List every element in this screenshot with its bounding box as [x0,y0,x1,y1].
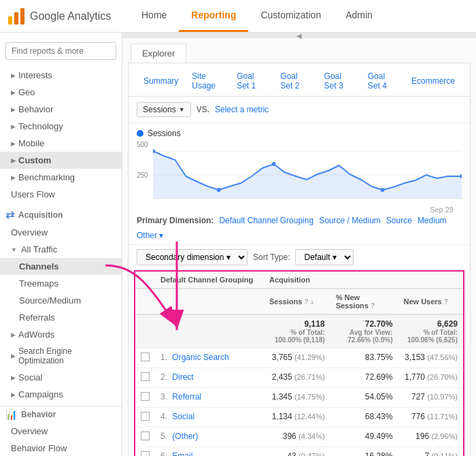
row-new-users-0: 3,153 (47.56%) [398,348,463,368]
nav-tab-home[interactable]: Home [129,0,179,32]
channel-link[interactable]: Referral [172,392,201,402]
sidebar-item-overview[interactable]: Overview [0,224,122,241]
checkbox-icon[interactable] [141,431,150,440]
checkbox-icon[interactable] [141,353,150,361]
sidebar-item-channels[interactable]: Channels [0,258,122,275]
legend-dot-icon [137,130,143,137]
sidebar-item-campaigns[interactable]: ▶ Campaigns [0,386,122,403]
total-sessions: 9,118 % of Total: 100.00% (9,118) [264,314,330,348]
medium-link[interactable]: Medium [418,216,447,225]
sidebar-item-benchmarking[interactable]: ▶ Benchmarking [0,169,122,186]
primary-dimension-label: Primary Dimension: [137,216,214,225]
row-new-users-2: 727 (10.97%) [398,388,463,408]
chart-date-label: Sep 29 [137,206,462,214]
source-link[interactable]: Source [386,216,412,225]
row-check-2[interactable] [135,388,155,408]
other-link[interactable]: Other ▾ [137,231,163,240]
secondary-bar: Secondary dimension ▾ Sort Type: Default… [129,245,470,270]
row-new-sessions-2: 54.05% [330,388,398,408]
sidebar-search-container[interactable] [5,42,116,60]
sidebar-item-technology[interactable]: ▶ Technology [0,118,122,135]
default-channel-grouping-link[interactable]: Default Channel Grouping [219,216,313,225]
sidebar-item-users-flow[interactable]: Users Flow [0,186,122,203]
svg-point-9 [381,188,385,192]
triangle-icon: ▶ [11,157,16,164]
sub-tab-goal-set-1[interactable]: Goal Set 1 [230,67,273,96]
select-metric-link[interactable]: Select a metric [215,105,269,114]
table-row: 1. Organic Search 3,765 (41.29%) 83.75% … [135,348,463,368]
col-header-check [135,272,155,289]
channel-link[interactable]: Social [172,412,194,421]
sub-tab-ecommerce[interactable]: Ecommerce [405,72,462,91]
channel-link[interactable]: Organic Search [172,353,228,362]
channel-link[interactable]: Direct [172,372,193,382]
nav-tab-customization[interactable]: Customization [248,0,333,32]
metric-dropdown[interactable]: Sessions ▼ [137,102,191,117]
svg-rect-2 [20,8,24,25]
sub-tab-goal-set-3[interactable]: Goal Set 3 [318,67,361,96]
row-new-sessions-5: 16.28% [330,447,398,457]
sidebar-item-geo[interactable]: ▶ Geo [0,84,122,101]
behavior-icon: 📊 [5,409,17,420]
nav-tab-admin[interactable]: Admin [333,0,385,32]
row-check-1[interactable] [135,368,155,388]
row-new-users-4: 196 (2.96%) [398,427,463,447]
row-new-sessions-4: 49.49% [330,427,398,447]
sidebar-item-referrals[interactable]: Referrals [0,309,122,326]
sidebar-item-adwords[interactable]: ▶ AdWords [0,326,122,343]
ga-logo-icon [7,7,26,26]
checkbox-icon[interactable] [141,392,150,401]
sidebar-item-seo[interactable]: ▶ Search Engine Optimization [0,343,122,369]
explorer-tab[interactable]: Explorer [131,44,186,63]
col-header-channel: Default Channel Grouping [155,272,264,289]
sort-arrow-icon[interactable]: ↓ [311,298,314,306]
secondary-dimension-dropdown[interactable]: Secondary dimension ▾ [137,249,248,265]
svg-point-8 [272,162,276,166]
search-input[interactable] [5,42,116,60]
sub-tabs: Summary Site Usage Goal Set 1 Goal Set 2… [129,63,470,97]
row-check-5[interactable] [135,447,155,457]
channel-link[interactable]: Email [172,451,192,456]
help-icon2: ? [371,302,375,310]
sub-tab-site-usage[interactable]: Site Usage [185,67,230,96]
checkbox-icon[interactable] [141,372,150,381]
sub-tab-goal-set-2[interactable]: Goal Set 2 [273,67,317,96]
dropdown-arrow-icon: ▼ [179,106,185,113]
sidebar-item-treemaps[interactable]: Treemaps [0,275,122,292]
sub-tab-summary[interactable]: Summary [137,72,185,91]
sidebar-item-interests[interactable]: ▶ Interests [0,67,122,84]
channel-link[interactable]: (Other) [172,431,198,441]
behavior-section: 📊 Behavior [0,406,122,423]
sidebar: ▶ Interests ▶ Geo ▶ Behavior ▶ Technolog… [0,33,122,456]
col-header-acquisition-group: Acquisition [264,272,463,289]
row-check-3[interactable] [135,408,155,427]
svg-point-7 [217,188,221,192]
row-num: 2. [160,372,167,382]
row-name-5: 6. Email [155,447,264,457]
acquisition-section: ⇄ Acquisition [0,203,122,224]
sort-type-dropdown[interactable]: Default ▾ [295,249,354,265]
sidebar-item-behavior-flow[interactable]: Behavior Flow [0,440,122,456]
y-label-250: 250 [137,172,148,179]
checkbox-icon[interactable] [141,412,150,421]
row-sessions-5: 43 (0.47%) [264,447,330,457]
total-new-users: 6,629 % of Total: 100.06% (6,625) [398,314,463,348]
sidebar-item-source-medium[interactable]: Source/Medium [0,292,122,309]
sidebar-item-custom[interactable]: ▶ Custom [0,152,122,169]
checkbox-icon[interactable] [141,451,150,456]
row-check-0[interactable] [135,348,155,368]
row-name-1: 2. Direct [155,368,264,388]
highlight-box: Default Channel Grouping Acquisition Ses… [134,270,464,456]
sidebar-collapse-handle[interactable]: ◀ [122,33,476,38]
nav-tabs: Home Reporting Customization Admin [129,0,385,32]
row-check-4[interactable] [135,427,155,447]
nav-tab-reporting[interactable]: Reporting [179,0,248,32]
sidebar-item-social[interactable]: ▶ Social [0,369,122,386]
sidebar-item-behavior[interactable]: ▶ Behavior [0,101,122,118]
sidebar-item-all-traffic[interactable]: ▼ All Traffic [0,241,122,258]
row-sessions-4: 396 (4.34%) [264,427,330,447]
sub-tab-goal-set-4[interactable]: Goal Set 4 [361,67,405,96]
sidebar-item-mobile[interactable]: ▶ Mobile [0,135,122,152]
source-medium-link[interactable]: Source / Medium [319,216,381,225]
sidebar-item-behavior-overview[interactable]: Overview [0,423,122,440]
